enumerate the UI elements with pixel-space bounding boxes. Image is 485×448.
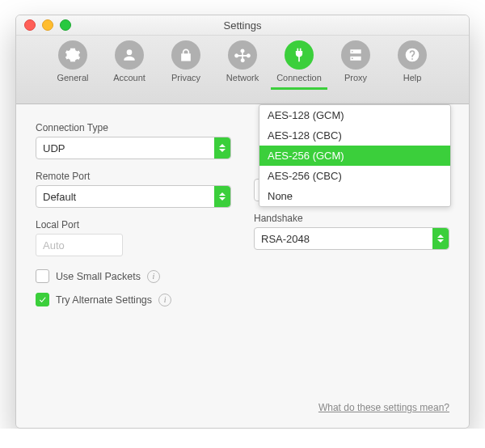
dropdown-option[interactable]: None [259,186,450,206]
settings-window: Settings General Account Privacy Network [15,15,470,429]
chevron-updown-icon [432,228,449,249]
connection-type-value: UDP [43,142,65,154]
dropdown-option-selected[interactable]: AES-256 (GCM) [259,146,450,166]
handshake-label: Handshake [254,213,449,224]
tab-account[interactable]: Account [101,40,158,90]
window-title: Settings [16,19,469,32]
use-small-packets-checkbox[interactable] [36,269,49,283]
connection-type-label: Connection Type [36,122,231,133]
local-port-placeholder: Auto [43,239,65,251]
toolbar: General Account Privacy Network Connecti… [16,36,469,104]
tab-label: Account [113,73,146,82]
left-column: Connection Type UDP Remote Port Default … [36,119,231,413]
try-alternate-checkbox[interactable] [36,293,49,306]
server-icon [341,40,370,70]
tab-label: General [57,73,88,82]
remote-port-label: Remote Port [36,171,231,182]
tab-label: Privacy [171,73,200,82]
remote-port-select[interactable]: Default [36,185,231,208]
lock-icon [171,40,200,70]
chevron-updown-icon [214,137,230,158]
tab-label: Help [403,73,422,82]
help-link[interactable]: What do these settings mean? [318,402,449,413]
tab-label: Proxy [344,73,367,82]
tab-help[interactable]: Help [384,40,441,90]
handshake-value: RSA-2048 [261,233,310,245]
info-icon[interactable]: i [158,294,171,306]
tab-privacy[interactable]: Privacy [158,40,214,90]
tab-general[interactable]: General [44,40,101,90]
local-port-label: Local Port [36,219,231,230]
dropdown-option[interactable]: AES-256 (CBC) [259,166,450,186]
use-small-packets-label: Use Small Packets [56,271,141,282]
network-icon [228,40,257,70]
try-alternate-label: Try Alternate Settings [56,294,152,306]
info-icon[interactable]: i [147,270,160,283]
connection-type-select[interactable]: UDP [36,137,231,159]
tab-label: Network [226,73,259,82]
tab-proxy[interactable]: Proxy [327,40,384,90]
person-icon [115,40,144,70]
chevron-updown-icon [214,186,230,207]
handshake-select[interactable]: RSA-2048 [254,227,449,250]
titlebar: Settings [16,15,469,36]
gear-icon [58,40,87,70]
plug-icon [285,40,314,70]
content-area: Connection Type UDP Remote Port Default … [16,104,469,428]
tab-label: Connection [276,73,322,82]
question-icon [398,40,427,70]
tab-connection[interactable]: Connection [271,40,327,90]
tab-network[interactable]: Network [214,40,271,90]
encryption-dropdown[interactable]: AES-128 (GCM) AES-128 (CBC) AES-256 (GCM… [259,104,451,207]
local-port-input[interactable]: Auto [36,234,123,256]
dropdown-option[interactable]: AES-128 (CBC) [259,125,450,146]
remote-port-value: Default [43,191,76,203]
dropdown-option[interactable]: AES-128 (GCM) [259,105,450,125]
